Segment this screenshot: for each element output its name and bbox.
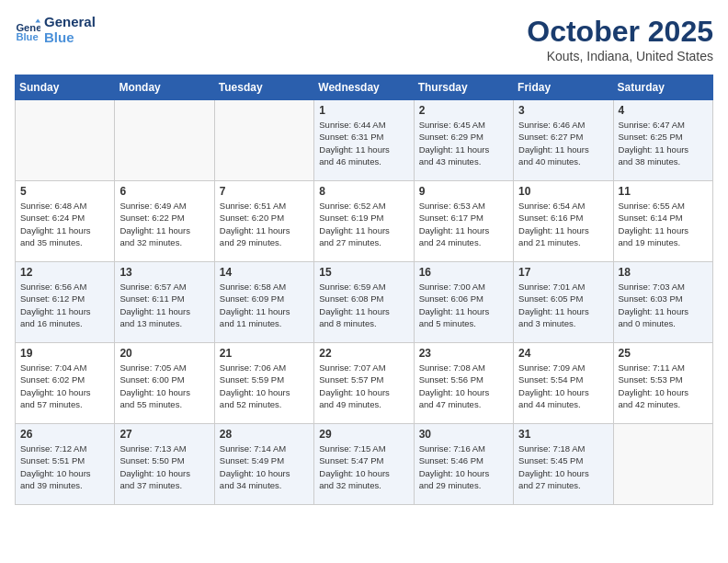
calendar-week-2: 5Sunrise: 6:48 AMSunset: 6:24 PMDaylight…: [16, 181, 713, 262]
calendar-cell: 1Sunrise: 6:44 AMSunset: 6:31 PMDaylight…: [314, 100, 414, 181]
day-number: 13: [119, 266, 209, 279]
calendar-cell: 20Sunrise: 7:05 AMSunset: 6:00 PMDayligh…: [115, 343, 214, 424]
day-info: Sunrise: 6:55 AMSunset: 6:14 PMDaylight:…: [619, 200, 708, 248]
day-number: 31: [518, 428, 608, 441]
calendar-cell: 6Sunrise: 6:49 AMSunset: 6:22 PMDaylight…: [115, 181, 214, 262]
calendar-cell: 16Sunrise: 7:00 AMSunset: 6:06 PMDayligh…: [414, 262, 513, 343]
day-number: 23: [419, 347, 508, 360]
svg-text:Blue: Blue: [16, 31, 38, 42]
calendar-cell: 30Sunrise: 7:16 AMSunset: 5:46 PMDayligh…: [414, 424, 513, 505]
calendar-cell: 10Sunrise: 6:54 AMSunset: 6:16 PMDayligh…: [514, 181, 613, 262]
day-number: 27: [119, 428, 209, 441]
calendar-cell: 12Sunrise: 6:56 AMSunset: 6:12 PMDayligh…: [16, 262, 115, 343]
calendar-cell: 15Sunrise: 6:59 AMSunset: 6:08 PMDayligh…: [314, 262, 414, 343]
calendar-cell: [613, 424, 712, 505]
calendar-cell: 19Sunrise: 7:04 AMSunset: 6:02 PMDayligh…: [16, 343, 115, 424]
calendar-week-5: 26Sunrise: 7:12 AMSunset: 5:51 PMDayligh…: [16, 424, 713, 505]
day-info: Sunrise: 6:51 AMSunset: 6:20 PMDaylight:…: [220, 200, 309, 248]
day-info: Sunrise: 7:04 AMSunset: 6:02 PMDaylight:…: [20, 362, 109, 410]
day-info: Sunrise: 6:49 AMSunset: 6:22 PMDaylight:…: [119, 200, 209, 248]
calendar-cell: 28Sunrise: 7:14 AMSunset: 5:49 PMDayligh…: [214, 424, 313, 505]
calendar-cell: 13Sunrise: 6:57 AMSunset: 6:11 PMDayligh…: [115, 262, 214, 343]
day-info: Sunrise: 7:13 AMSunset: 5:50 PMDaylight:…: [119, 442, 209, 491]
day-info: Sunrise: 7:07 AMSunset: 5:57 PMDaylight:…: [319, 362, 408, 410]
day-info: Sunrise: 6:58 AMSunset: 6:09 PMDaylight:…: [220, 281, 309, 329]
calendar-cell: [16, 100, 115, 181]
weekday-header-wednesday: Wednesday: [314, 75, 414, 100]
calendar-cell: 5Sunrise: 6:48 AMSunset: 6:24 PMDaylight…: [16, 181, 115, 262]
weekday-header-saturday: Saturday: [613, 75, 712, 100]
day-info: Sunrise: 6:47 AMSunset: 6:25 PMDaylight:…: [619, 119, 708, 167]
calendar-cell: 29Sunrise: 7:15 AMSunset: 5:47 PMDayligh…: [314, 424, 414, 505]
day-info: Sunrise: 7:12 AMSunset: 5:51 PMDaylight:…: [20, 442, 109, 491]
day-number: 21: [220, 347, 309, 360]
month-title: October 2025: [527, 15, 713, 49]
weekday-header-friday: Friday: [514, 75, 613, 100]
day-info: Sunrise: 7:15 AMSunset: 5:47 PMDaylight:…: [319, 442, 408, 491]
day-number: 4: [619, 104, 708, 117]
day-info: Sunrise: 7:01 AMSunset: 6:05 PMDaylight:…: [518, 281, 608, 329]
day-number: 22: [319, 347, 408, 360]
day-info: Sunrise: 7:03 AMSunset: 6:03 PMDaylight:…: [619, 281, 708, 329]
calendar-week-3: 12Sunrise: 6:56 AMSunset: 6:12 PMDayligh…: [16, 262, 713, 343]
calendar-cell: 2Sunrise: 6:45 AMSunset: 6:29 PMDaylight…: [414, 100, 513, 181]
day-info: Sunrise: 7:08 AMSunset: 5:56 PMDaylight:…: [419, 362, 508, 410]
day-number: 25: [619, 347, 708, 360]
day-info: Sunrise: 7:00 AMSunset: 6:06 PMDaylight:…: [419, 281, 508, 329]
day-info: Sunrise: 6:48 AMSunset: 6:24 PMDaylight:…: [20, 200, 109, 248]
day-number: 19: [20, 347, 109, 360]
day-number: 1: [319, 104, 408, 117]
day-info: Sunrise: 7:16 AMSunset: 5:46 PMDaylight:…: [419, 442, 508, 491]
calendar-cell: 3Sunrise: 6:46 AMSunset: 6:27 PMDaylight…: [514, 100, 613, 181]
day-number: 15: [319, 266, 408, 279]
day-number: 6: [119, 185, 209, 198]
day-number: 20: [119, 347, 209, 360]
weekday-header-tuesday: Tuesday: [214, 75, 313, 100]
weekday-header-monday: Monday: [115, 75, 214, 100]
weekday-header-thursday: Thursday: [414, 75, 513, 100]
title-block: October 2025 Kouts, Indiana, United Stat…: [527, 15, 713, 63]
logo-general: General: [44, 15, 96, 30]
weekday-header-sunday: Sunday: [16, 75, 115, 100]
calendar-cell: 7Sunrise: 6:51 AMSunset: 6:20 PMDaylight…: [214, 181, 313, 262]
calendar-cell: 25Sunrise: 7:11 AMSunset: 5:53 PMDayligh…: [613, 343, 712, 424]
calendar-cell: 21Sunrise: 7:06 AMSunset: 5:59 PMDayligh…: [214, 343, 313, 424]
day-number: 11: [619, 185, 708, 198]
day-number: 30: [419, 428, 508, 441]
logo-icon: General Blue: [15, 17, 40, 43]
day-number: 28: [220, 428, 309, 441]
day-info: Sunrise: 7:14 AMSunset: 5:49 PMDaylight:…: [220, 442, 309, 491]
day-info: Sunrise: 7:18 AMSunset: 5:45 PMDaylight:…: [518, 442, 608, 491]
page-header: General Blue General Blue October 2025 K…: [15, 15, 713, 63]
calendar-cell: 23Sunrise: 7:08 AMSunset: 5:56 PMDayligh…: [414, 343, 513, 424]
svg-marker-2: [35, 18, 40, 22]
calendar-cell: 17Sunrise: 7:01 AMSunset: 6:05 PMDayligh…: [514, 262, 613, 343]
calendar-cell: 11Sunrise: 6:55 AMSunset: 6:14 PMDayligh…: [613, 181, 712, 262]
day-number: 7: [220, 185, 309, 198]
calendar-cell: 4Sunrise: 6:47 AMSunset: 6:25 PMDaylight…: [613, 100, 712, 181]
day-info: Sunrise: 6:44 AMSunset: 6:31 PMDaylight:…: [319, 119, 408, 167]
calendar-cell: 27Sunrise: 7:13 AMSunset: 5:50 PMDayligh…: [115, 424, 214, 505]
day-info: Sunrise: 6:59 AMSunset: 6:08 PMDaylight:…: [319, 281, 408, 329]
day-number: 9: [419, 185, 508, 198]
calendar-cell: 14Sunrise: 6:58 AMSunset: 6:09 PMDayligh…: [214, 262, 313, 343]
day-info: Sunrise: 7:06 AMSunset: 5:59 PMDaylight:…: [220, 362, 309, 410]
day-number: 10: [518, 185, 608, 198]
day-info: Sunrise: 7:09 AMSunset: 5:54 PMDaylight:…: [518, 362, 608, 410]
day-info: Sunrise: 6:53 AMSunset: 6:17 PMDaylight:…: [419, 200, 508, 248]
calendar-week-1: 1Sunrise: 6:44 AMSunset: 6:31 PMDaylight…: [16, 100, 713, 181]
day-info: Sunrise: 6:52 AMSunset: 6:19 PMDaylight:…: [319, 200, 408, 248]
day-number: 12: [20, 266, 109, 279]
calendar-cell: 31Sunrise: 7:18 AMSunset: 5:45 PMDayligh…: [514, 424, 613, 505]
day-number: 18: [619, 266, 708, 279]
calendar-cell: 8Sunrise: 6:52 AMSunset: 6:19 PMDaylight…: [314, 181, 414, 262]
logo-blue: Blue: [44, 30, 96, 46]
calendar-table: SundayMondayTuesdayWednesdayThursdayFrid…: [15, 75, 713, 505]
day-info: Sunrise: 6:56 AMSunset: 6:12 PMDaylight:…: [20, 281, 109, 329]
day-number: 14: [220, 266, 309, 279]
location: Kouts, Indiana, United States: [527, 49, 713, 63]
day-number: 16: [419, 266, 508, 279]
calendar-cell: [115, 100, 214, 181]
calendar-cell: [214, 100, 313, 181]
day-number: 24: [518, 347, 608, 360]
